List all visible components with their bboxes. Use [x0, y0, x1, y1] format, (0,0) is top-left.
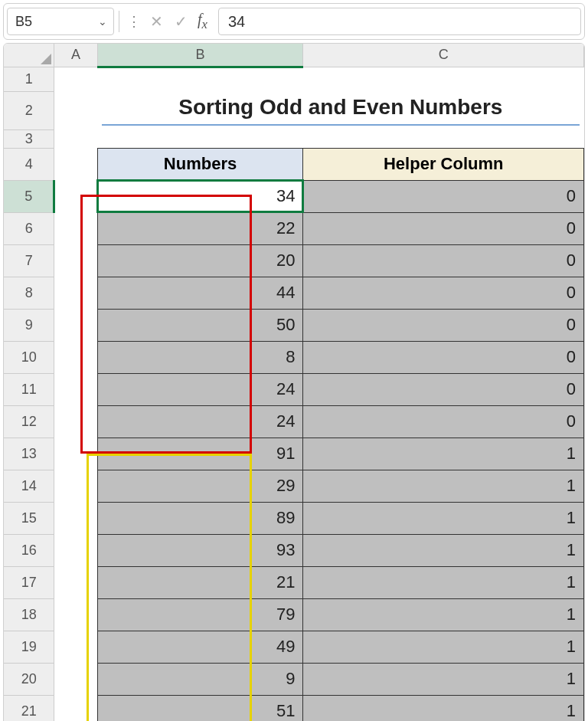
- kebab-icon[interactable]: ⋮: [124, 13, 144, 30]
- helper-cell[interactable]: 0: [303, 244, 584, 277]
- chevron-down-icon[interactable]: ⌄: [98, 15, 107, 28]
- numbers-cell[interactable]: 93: [97, 534, 303, 566]
- row-header-11[interactable]: 11: [4, 373, 54, 405]
- fx-icon[interactable]: fx: [193, 11, 212, 32]
- name-box[interactable]: B5 ⌄: [7, 8, 114, 35]
- cell[interactable]: [54, 405, 97, 438]
- col-header-b[interactable]: B: [97, 44, 303, 67]
- cell[interactable]: [54, 180, 97, 212]
- row-header-4[interactable]: 4: [4, 148, 54, 180]
- col-header-a[interactable]: A: [54, 44, 97, 67]
- formula-value: 34: [228, 13, 245, 31]
- header-numbers[interactable]: Numbers: [97, 148, 303, 180]
- helper-cell[interactable]: 1: [303, 663, 584, 695]
- numbers-cell[interactable]: 34: [97, 180, 303, 212]
- row-header-21[interactable]: 21: [4, 695, 54, 721]
- formula-input[interactable]: 34: [218, 8, 581, 35]
- helper-cell[interactable]: 1: [303, 470, 584, 502]
- header-helper[interactable]: Helper Column: [303, 148, 584, 180]
- row-header-19[interactable]: 19: [4, 631, 54, 663]
- row-header-5[interactable]: 5: [4, 180, 54, 212]
- helper-cell[interactable]: 0: [303, 277, 584, 309]
- row-header-18[interactable]: 18: [4, 598, 54, 631]
- row-header-10[interactable]: 10: [4, 341, 54, 373]
- numbers-cell[interactable]: 29: [97, 470, 303, 502]
- numbers-cell[interactable]: 24: [97, 373, 303, 405]
- row-header-17[interactable]: 17: [4, 566, 54, 598]
- numbers-cell[interactable]: 9: [97, 663, 303, 695]
- cell[interactable]: [54, 438, 97, 470]
- cell[interactable]: [54, 631, 97, 663]
- numbers-cell[interactable]: 79: [97, 598, 303, 631]
- row-header-20[interactable]: 20: [4, 663, 54, 695]
- cell[interactable]: [54, 148, 97, 180]
- numbers-cell[interactable]: 49: [97, 631, 303, 663]
- row-header-6[interactable]: 6: [4, 212, 54, 244]
- separator: [119, 11, 119, 32]
- cell[interactable]: [54, 663, 97, 695]
- helper-cell[interactable]: 1: [303, 534, 584, 566]
- col-header-c[interactable]: C: [303, 44, 584, 67]
- numbers-cell[interactable]: 89: [97, 502, 303, 534]
- row-header-7[interactable]: 7: [4, 244, 54, 277]
- cell[interactable]: [54, 277, 97, 309]
- select-all-corner[interactable]: [4, 44, 54, 67]
- helper-cell[interactable]: 1: [303, 566, 584, 598]
- row-header-16[interactable]: 16: [4, 534, 54, 566]
- helper-cell[interactable]: 0: [303, 341, 584, 373]
- cell[interactable]: [54, 598, 97, 631]
- row-header-9[interactable]: 9: [4, 309, 54, 341]
- cell[interactable]: [54, 566, 97, 598]
- cell[interactable]: [54, 91, 97, 129]
- helper-cell[interactable]: 1: [303, 598, 584, 631]
- helper-cell[interactable]: 0: [303, 180, 584, 212]
- numbers-cell[interactable]: 22: [97, 212, 303, 244]
- numbers-cell[interactable]: 8: [97, 341, 303, 373]
- helper-cell[interactable]: 0: [303, 405, 584, 438]
- name-box-value: B5: [15, 14, 32, 30]
- cell[interactable]: [54, 373, 97, 405]
- cell[interactable]: [97, 67, 303, 91]
- helper-cell[interactable]: 1: [303, 502, 584, 534]
- cell[interactable]: [54, 309, 97, 341]
- helper-cell[interactable]: 0: [303, 212, 584, 244]
- cell[interactable]: [54, 341, 97, 373]
- numbers-cell[interactable]: 51: [97, 695, 303, 721]
- cell[interactable]: [54, 244, 97, 277]
- cell[interactable]: [54, 502, 97, 534]
- helper-cell[interactable]: 0: [303, 309, 584, 341]
- row-header-2[interactable]: 2: [4, 91, 54, 129]
- row-header-3[interactable]: 3: [4, 129, 54, 148]
- helper-cell[interactable]: 0: [303, 373, 584, 405]
- numbers-cell[interactable]: 91: [97, 438, 303, 470]
- cell[interactable]: [54, 212, 97, 244]
- row-header-14[interactable]: 14: [4, 470, 54, 502]
- page-title: Sorting Odd and Even Numbers: [102, 95, 579, 126]
- row-header-12[interactable]: 12: [4, 405, 54, 438]
- spreadsheet-grid[interactable]: A B C 1 2 Sorting Odd and Even Numbers 3…: [3, 43, 585, 721]
- numbers-cell[interactable]: 20: [97, 244, 303, 277]
- helper-cell[interactable]: 1: [303, 631, 584, 663]
- cell[interactable]: [54, 534, 97, 566]
- numbers-cell[interactable]: 44: [97, 277, 303, 309]
- cell[interactable]: [54, 129, 97, 148]
- numbers-cell[interactable]: 50: [97, 309, 303, 341]
- helper-cell[interactable]: 1: [303, 695, 584, 721]
- cell[interactable]: [303, 129, 584, 148]
- numbers-cell[interactable]: 24: [97, 405, 303, 438]
- formula-bar: B5 ⌄ ⋮ ✕ ✓ fx 34: [3, 3, 585, 40]
- cancel-icon[interactable]: ✕: [144, 12, 168, 31]
- row-header-13[interactable]: 13: [4, 438, 54, 470]
- row-header-8[interactable]: 8: [4, 277, 54, 309]
- row-header-15[interactable]: 15: [4, 502, 54, 534]
- cell[interactable]: [54, 67, 97, 91]
- numbers-cell[interactable]: 21: [97, 566, 303, 598]
- title-cell[interactable]: Sorting Odd and Even Numbers: [97, 91, 583, 129]
- cell[interactable]: [97, 129, 303, 148]
- cell[interactable]: [303, 67, 584, 91]
- helper-cell[interactable]: 1: [303, 438, 584, 470]
- cell[interactable]: [54, 695, 97, 721]
- row-header-1[interactable]: 1: [4, 67, 54, 91]
- accept-icon[interactable]: ✓: [168, 12, 193, 31]
- cell[interactable]: [54, 470, 97, 502]
